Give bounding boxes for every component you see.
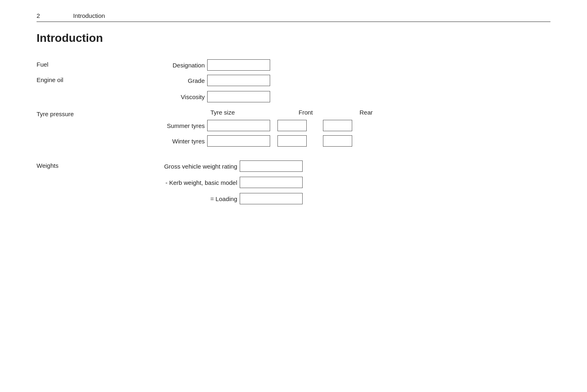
loading-row: = Loading	[126, 193, 303, 204]
content-area: Fuel Designation Engine oil Grade Viscos…	[37, 59, 550, 204]
loading-label: = Loading	[126, 195, 240, 202]
tyre-size-heading: Tyre size	[207, 109, 270, 116]
fuel-fields: Designation	[126, 59, 270, 71]
tyre-fields-area: Tyre size Front Rear Summer tyres Winter…	[126, 109, 396, 151]
page-container: 2 Introduction Introduction Fuel Designa…	[0, 0, 587, 392]
summer-front-input[interactable]	[277, 120, 307, 131]
summer-rear-input[interactable]	[323, 120, 352, 131]
kerb-weight-label: - Kerb weight, basic model	[126, 179, 240, 186]
winter-tyres-row: Winter tyres	[126, 135, 396, 147]
header-title: Introduction	[73, 12, 105, 19]
winter-tyre-size-input[interactable]	[207, 135, 270, 147]
kerb-weight-row: - Kerb weight, basic model	[126, 177, 303, 188]
viscosity-input[interactable]	[207, 91, 270, 102]
page-number: 2	[37, 12, 49, 19]
weights-label: Weights	[37, 160, 126, 169]
tyre-pressure-section: Tyre pressure Tyre size Front Rear Summe…	[37, 109, 550, 151]
grade-label: Grade	[126, 77, 207, 84]
weights-section: Weights Gross vehicle weight rating - Ke…	[37, 160, 550, 204]
winter-front-input[interactable]	[277, 135, 307, 147]
summer-tyres-label: Summer tyres	[126, 122, 207, 129]
tyre-pressure-label: Tyre pressure	[37, 109, 126, 117]
gross-weight-label: Gross vehicle weight rating	[126, 163, 240, 170]
gross-weight-input[interactable]	[240, 160, 303, 172]
engine-oil-section: Engine oil Grade Viscosity	[37, 75, 550, 102]
summer-tyre-size-input[interactable]	[207, 120, 270, 131]
tyre-rear-heading: Rear	[355, 109, 396, 116]
gross-weight-row: Gross vehicle weight rating	[126, 160, 303, 172]
designation-input[interactable]	[207, 59, 270, 71]
weights-fields: Gross vehicle weight rating - Kerb weigh…	[126, 160, 303, 204]
viscosity-row: Viscosity	[126, 91, 270, 102]
designation-row: Designation	[126, 59, 270, 71]
engine-oil-fields: Grade Viscosity	[126, 75, 270, 102]
grade-input[interactable]	[207, 75, 270, 86]
designation-label: Designation	[126, 62, 207, 69]
kerb-weight-input[interactable]	[240, 177, 303, 188]
grade-row: Grade	[126, 75, 270, 86]
tyre-front-heading: Front	[295, 109, 335, 116]
header-bar: 2 Introduction	[37, 12, 550, 22]
fuel-label: Fuel	[37, 59, 126, 68]
viscosity-label: Viscosity	[126, 93, 207, 100]
loading-input[interactable]	[240, 193, 303, 204]
winter-rear-input[interactable]	[323, 135, 352, 147]
summer-tyres-row: Summer tyres	[126, 120, 396, 131]
fuel-section: Fuel Designation	[37, 59, 550, 71]
engine-oil-label: Engine oil	[37, 75, 126, 83]
page-title: Introduction	[37, 32, 550, 45]
winter-tyres-label: Winter tyres	[126, 138, 207, 145]
tyre-header-row: Tyre size Front Rear	[126, 109, 396, 116]
